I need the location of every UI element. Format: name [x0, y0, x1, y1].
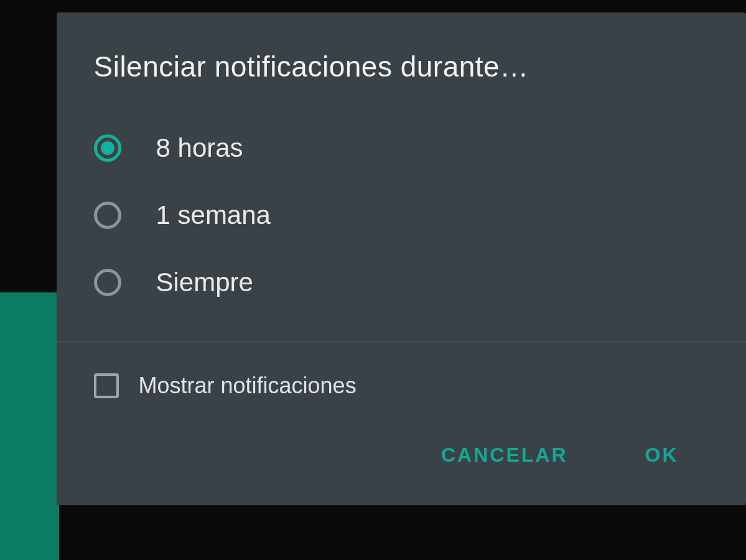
- radio-selected-icon: [94, 134, 121, 162]
- ok-button[interactable]: OK: [640, 436, 684, 474]
- radio-option-1-week[interactable]: 1 semana: [94, 182, 709, 249]
- divider: [57, 341, 746, 342]
- dialog-title: Silenciar notificaciones durante…: [94, 50, 709, 83]
- radio-unselected-icon: [94, 202, 121, 229]
- show-notifications-checkbox-row[interactable]: Mostrar notificaciones: [94, 366, 709, 436]
- dialog-actions: CANCELAR OK: [94, 436, 709, 480]
- cancel-button[interactable]: CANCELAR: [436, 436, 573, 474]
- radio-label: Siempre: [156, 268, 253, 297]
- duration-radio-group: 8 horas 1 semana Siempre: [94, 114, 709, 335]
- checkbox-label: Mostrar notificaciones: [139, 373, 357, 399]
- mute-notifications-dialog: Silenciar notificaciones durante… 8 hora…: [57, 12, 746, 505]
- radio-option-8-hours[interactable]: 8 horas: [94, 114, 709, 182]
- backdrop-accent: [0, 292, 59, 560]
- radio-label: 8 horas: [156, 133, 243, 163]
- radio-label: 1 semana: [156, 200, 271, 230]
- radio-unselected-icon: [94, 269, 121, 296]
- checkbox-unchecked-icon: [94, 373, 119, 398]
- radio-option-always[interactable]: Siempre: [94, 249, 709, 316]
